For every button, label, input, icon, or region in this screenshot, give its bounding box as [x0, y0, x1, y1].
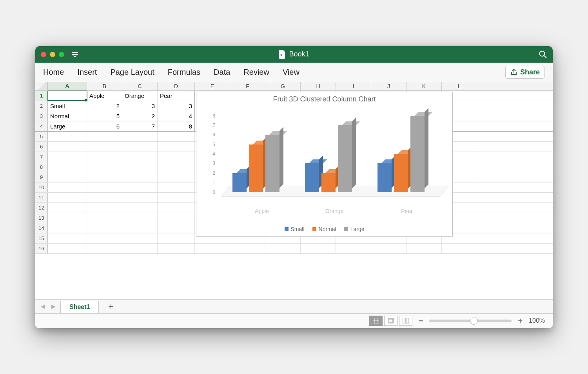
- view-normal-button[interactable]: [369, 316, 383, 326]
- cell-D13[interactable]: [158, 213, 195, 223]
- cell-B12[interactable]: [87, 203, 122, 213]
- cell-H16[interactable]: [301, 244, 336, 253]
- column-header-D[interactable]: D: [158, 82, 195, 90]
- zoom-in-button[interactable]: +: [518, 316, 523, 325]
- row-header-12[interactable]: 12: [35, 203, 48, 213]
- cell-C14[interactable]: [122, 223, 158, 233]
- zoom-out-button[interactable]: −: [419, 316, 423, 325]
- view-page-layout-button[interactable]: [384, 316, 397, 326]
- cell-B15[interactable]: [87, 233, 122, 243]
- ribbon-tab-home[interactable]: Home: [43, 68, 64, 77]
- cell-B6[interactable]: [87, 142, 122, 152]
- cell-C8[interactable]: [122, 162, 158, 172]
- row-header-4[interactable]: 4: [35, 121, 48, 131]
- ribbon-tab-insert[interactable]: Insert: [77, 68, 97, 77]
- cell-A10[interactable]: [48, 182, 87, 192]
- cell-B4[interactable]: 6: [87, 121, 122, 131]
- cell-A7[interactable]: [48, 152, 87, 162]
- cell-C3[interactable]: 2: [122, 111, 158, 121]
- cell-C13[interactable]: [122, 213, 158, 223]
- row-header-6[interactable]: 6: [35, 142, 48, 152]
- cell-C6[interactable]: [122, 142, 158, 152]
- cell-D10[interactable]: [158, 182, 195, 192]
- cell-I16[interactable]: [336, 244, 371, 253]
- next-sheet-button[interactable]: ▶: [50, 303, 57, 309]
- cell-D6[interactable]: [158, 142, 195, 152]
- cell-B1[interactable]: Apple: [87, 91, 122, 101]
- cell-B2[interactable]: 2: [87, 101, 122, 111]
- column-header-F[interactable]: F: [230, 82, 265, 90]
- cell-B9[interactable]: [87, 172, 122, 182]
- cell-B3[interactable]: 5: [87, 111, 122, 121]
- row-header-10[interactable]: 10: [35, 182, 48, 192]
- column-header-I[interactable]: I: [336, 82, 371, 90]
- cell-F16[interactable]: [230, 244, 265, 253]
- minimize-window-button[interactable]: [50, 52, 55, 57]
- cell-D15[interactable]: [158, 233, 195, 243]
- cell-A4[interactable]: Large: [48, 121, 87, 131]
- row-header-2[interactable]: 2: [35, 101, 48, 111]
- ribbon-tab-page-layout[interactable]: Page Layout: [110, 68, 154, 77]
- cell-G16[interactable]: [265, 244, 301, 253]
- share-button[interactable]: Share: [505, 66, 545, 79]
- close-window-button[interactable]: [41, 52, 46, 57]
- worksheet-grid[interactable]: 1AppleOrangePear2Small2333Normal5244Larg…: [35, 91, 553, 299]
- row-header-9[interactable]: 9: [35, 172, 48, 182]
- cell-L16[interactable]: [442, 244, 477, 253]
- cell-B5[interactable]: [87, 132, 122, 141]
- cell-B10[interactable]: [87, 182, 122, 192]
- cell-D1[interactable]: Pear: [158, 91, 195, 101]
- cell-A16[interactable]: [48, 244, 87, 253]
- cell-K16[interactable]: [407, 244, 442, 253]
- view-page-break-button[interactable]: [399, 316, 412, 326]
- ribbon-tab-formulas[interactable]: Formulas: [168, 68, 200, 77]
- add-sheet-button[interactable]: ＋: [102, 300, 120, 312]
- cell-D3[interactable]: 4: [158, 111, 195, 121]
- cell-A15[interactable]: [48, 233, 87, 243]
- row-header-15[interactable]: 15: [35, 233, 48, 243]
- cell-A2[interactable]: Small: [48, 101, 87, 111]
- cell-C16[interactable]: [122, 244, 158, 253]
- column-header-L[interactable]: L: [442, 82, 477, 90]
- cell-C15[interactable]: [122, 233, 158, 243]
- cell-B7[interactable]: [87, 152, 122, 162]
- cell-D4[interactable]: 8: [158, 121, 195, 131]
- cell-B14[interactable]: [87, 223, 122, 233]
- cell-C5[interactable]: [122, 132, 158, 141]
- cell-A9[interactable]: [48, 172, 87, 182]
- cell-C12[interactable]: [122, 203, 158, 213]
- row-header-1[interactable]: 1: [35, 91, 48, 101]
- cell-B11[interactable]: [87, 193, 122, 202]
- ribbon-tab-view[interactable]: View: [283, 68, 299, 77]
- cell-D8[interactable]: [158, 162, 195, 172]
- cell-A1[interactable]: [48, 91, 87, 101]
- prev-sheet-button[interactable]: ◀: [39, 303, 47, 309]
- row-header-14[interactable]: 14: [35, 223, 48, 233]
- cell-D7[interactable]: [158, 152, 195, 162]
- cell-A8[interactable]: [48, 162, 87, 172]
- cell-C9[interactable]: [122, 172, 158, 182]
- cell-D12[interactable]: [158, 203, 195, 213]
- cell-A11[interactable]: [48, 193, 87, 202]
- row-header-3[interactable]: 3: [35, 111, 48, 121]
- cell-C1[interactable]: Orange: [122, 91, 158, 101]
- column-header-A[interactable]: A: [48, 82, 87, 90]
- column-header-G[interactable]: G: [265, 82, 301, 90]
- column-header-B[interactable]: B: [87, 82, 122, 90]
- row-header-7[interactable]: 7: [35, 152, 48, 162]
- cell-A12[interactable]: [48, 203, 87, 213]
- cell-C2[interactable]: 3: [122, 101, 158, 111]
- cell-A6[interactable]: [48, 142, 87, 152]
- column-header-J[interactable]: J: [371, 82, 407, 90]
- cell-B13[interactable]: [87, 213, 122, 223]
- cell-A13[interactable]: [48, 213, 87, 223]
- ribbon-tab-review[interactable]: Review: [243, 68, 269, 77]
- cell-E16[interactable]: [195, 244, 230, 253]
- cell-A14[interactable]: [48, 223, 87, 233]
- select-all-corner[interactable]: [35, 82, 48, 90]
- row-header-13[interactable]: 13: [35, 213, 48, 223]
- row-header-11[interactable]: 11: [35, 193, 48, 202]
- column-header-C[interactable]: C: [122, 82, 158, 90]
- cell-D2[interactable]: 3: [158, 101, 195, 111]
- cell-C4[interactable]: 7: [122, 121, 158, 131]
